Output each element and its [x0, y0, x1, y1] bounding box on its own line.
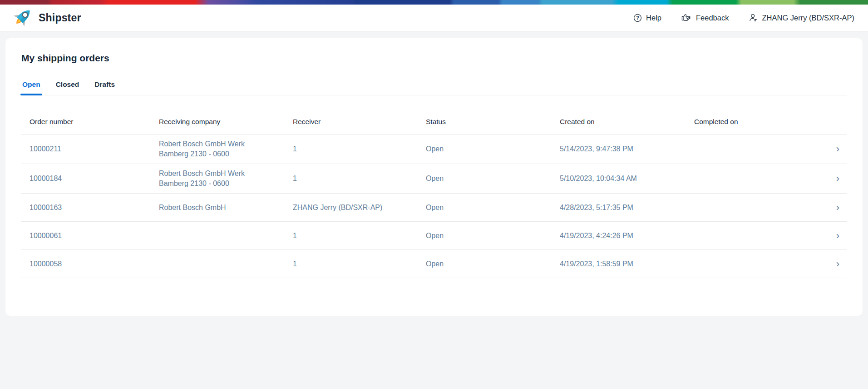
user-label: ZHANG Jerry (BD/SXR-AP)	[762, 14, 854, 22]
cell-completed-on	[694, 231, 834, 240]
cell-created-on: 4/19/2023, 4:24:26 PM	[560, 226, 694, 245]
tab-drafts[interactable]: Drafts	[94, 80, 116, 95]
brand-home-link[interactable]: Shipster	[14, 7, 81, 28]
cell-order-number: 10000184	[30, 169, 159, 188]
chevron-right-icon[interactable]: ›	[834, 226, 847, 245]
cell-receiver: 1	[293, 169, 426, 188]
user-icon	[749, 13, 758, 22]
tab-strip: Open Closed Drafts	[21, 73, 847, 95]
table-row[interactable]: 10000058 1 Open 4/19/2023, 1:58:59 PM ›	[21, 250, 847, 278]
brand-gradient-bar	[0, 0, 868, 5]
cell-completed-on	[694, 145, 834, 154]
cell-created-on: 4/28/2023, 5:17:35 PM	[560, 198, 694, 217]
help-label: Help	[646, 14, 661, 22]
cell-order-number: 10000211	[30, 140, 159, 159]
table-row[interactable]: 10000163 Robert Bosch GmbH ZHANG Jerry (…	[21, 194, 847, 222]
tab-closed[interactable]: Closed	[55, 80, 80, 95]
page-body: My shipping orders Open Closed Drafts Or…	[0, 31, 868, 316]
cell-status: Open	[426, 140, 560, 159]
chevron-right-icon[interactable]: ›	[834, 254, 847, 274]
table-header-row: Order number Receiving company Receiver …	[21, 109, 847, 135]
chevron-right-icon[interactable]: ›	[834, 198, 847, 217]
cell-order-number: 10000163	[30, 198, 159, 217]
rocket-logo-icon	[14, 7, 33, 28]
help-icon: ?	[633, 14, 642, 22]
column-header-actions	[834, 117, 847, 126]
cell-receiver: ZHANG Jerry (BD/SXR-AP)	[293, 198, 426, 217]
cell-completed-on	[694, 259, 834, 269]
cell-receiving-company: Robert Bosch GmbH Werk Bamberg 2130 - 06…	[159, 135, 293, 164]
chevron-right-icon[interactable]: ›	[834, 140, 847, 159]
cell-created-on: 5/10/2023, 10:04:34 AM	[560, 169, 694, 188]
cell-completed-on	[694, 174, 834, 183]
cell-status: Open	[426, 169, 560, 188]
shipping-orders-card: My shipping orders Open Closed Drafts Or…	[5, 38, 863, 316]
cell-created-on: 4/19/2023, 1:58:59 PM	[560, 254, 694, 274]
cell-receiver: 1	[293, 226, 426, 245]
app-title: Shipster	[39, 12, 81, 24]
top-navigation: ? Help Feedback	[633, 13, 854, 23]
user-menu-button[interactable]: ZHANG Jerry (BD/SXR-AP)	[749, 13, 854, 22]
cell-receiving-company	[159, 226, 293, 245]
cell-completed-on	[694, 203, 834, 212]
tab-open[interactable]: Open	[21, 80, 41, 95]
cell-created-on: 5/14/2023, 9:47:38 PM	[560, 140, 694, 159]
tab-drafts-label: Drafts	[94, 80, 115, 88]
chevron-right-icon[interactable]: ›	[834, 169, 847, 188]
table-row[interactable]: 10000211 Robert Bosch GmbH Werk Bamberg …	[21, 135, 847, 164]
cell-receiver: 1	[293, 254, 426, 274]
cell-status: Open	[426, 226, 560, 245]
column-header-order-number: Order number	[30, 112, 159, 131]
feedback-button[interactable]: Feedback	[681, 13, 729, 23]
cell-receiving-company	[159, 254, 293, 274]
cell-receiver: 1	[293, 140, 426, 159]
table-footer-divider	[21, 278, 847, 287]
page-title: My shipping orders	[21, 38, 847, 64]
cell-receiving-company: Robert Bosch GmbH	[159, 198, 293, 217]
app-header: Shipster ? Help	[0, 5, 868, 31]
orders-table: Order number Receiving company Receiver …	[21, 109, 847, 287]
thumbs-feedback-icon	[681, 13, 692, 23]
cell-status: Open	[426, 198, 560, 217]
table-row[interactable]: 10000184 Robert Bosch GmbH Werk Bamberg …	[21, 164, 847, 194]
column-header-status: Status	[426, 112, 560, 131]
svg-text:?: ?	[636, 15, 639, 20]
cell-order-number: 10000061	[30, 226, 159, 245]
tab-open-label: Open	[22, 80, 40, 88]
table-row[interactable]: 10000061 1 Open 4/19/2023, 4:24:26 PM ›	[21, 222, 847, 250]
cell-receiving-company: Robert Bosch GmbH Werk Bamberg 2130 - 06…	[159, 164, 293, 193]
column-header-created-on: Created on	[560, 112, 694, 131]
help-button[interactable]: ? Help	[633, 14, 661, 22]
column-header-receiving-company: Receiving company	[159, 112, 293, 131]
tab-closed-label: Closed	[56, 80, 79, 88]
column-header-completed-on: Completed on	[694, 112, 834, 131]
feedback-label: Feedback	[696, 14, 729, 22]
cell-status: Open	[426, 254, 560, 274]
column-header-receiver: Receiver	[293, 112, 426, 131]
cell-order-number: 10000058	[30, 254, 159, 274]
